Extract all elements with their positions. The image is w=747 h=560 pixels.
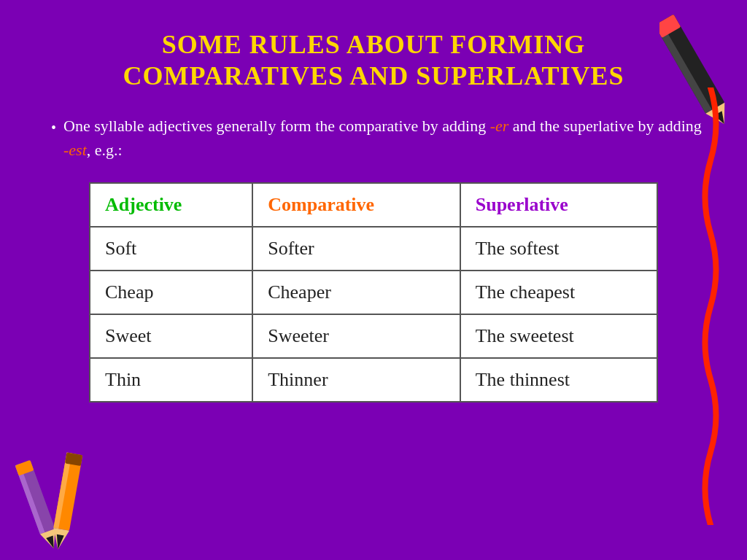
table-row: ThinThinnerThe thinnest bbox=[90, 358, 657, 402]
bullet-point: • One syllable adjectives generally form… bbox=[51, 114, 703, 162]
table-wrapper: Adjective Comparative Superlative SoftSo… bbox=[89, 182, 658, 402]
pencil-bottom-left-icon bbox=[15, 443, 117, 560]
squiggle-right-icon bbox=[696, 88, 725, 525]
table-row: SweetSweeterThe sweetest bbox=[90, 314, 657, 358]
cell-comparative-1: Cheaper bbox=[252, 271, 460, 314]
table-row: SoftSofterThe softest bbox=[90, 227, 657, 271]
suffix-er: -er bbox=[490, 117, 509, 135]
header-superlative: Superlative bbox=[460, 183, 657, 227]
cell-adjective-0: Soft bbox=[90, 227, 252, 271]
cell-adjective-3: Thin bbox=[90, 358, 252, 402]
table-row: CheapCheaperThe cheapest bbox=[90, 271, 657, 314]
cell-superlative-3: The thinnest bbox=[460, 358, 657, 402]
header-adjective: Adjective bbox=[90, 183, 252, 227]
cell-superlative-2: The sweetest bbox=[460, 314, 657, 358]
cell-comparative-2: Sweeter bbox=[252, 314, 460, 358]
description-text: One syllable adjectives generally form t… bbox=[63, 114, 703, 162]
description-section: • One syllable adjectives generally form… bbox=[44, 114, 703, 162]
main-container: SOME RULES ABOUT FORMING COMPARATIVES AN… bbox=[0, 0, 747, 560]
header-comparative: Comparative bbox=[252, 183, 460, 227]
table-header-row: Adjective Comparative Superlative bbox=[90, 183, 657, 227]
cell-comparative-3: Thinner bbox=[252, 358, 460, 402]
bullet-dot: • bbox=[51, 117, 56, 139]
suffix-est: -est bbox=[63, 141, 87, 159]
adjectives-table: Adjective Comparative Superlative SoftSo… bbox=[89, 182, 658, 402]
cell-superlative-1: The cheapest bbox=[460, 271, 657, 314]
cell-comparative-0: Softer bbox=[252, 227, 460, 271]
page-title: SOME RULES ABOUT FORMING COMPARATIVES AN… bbox=[44, 29, 703, 92]
cell-adjective-2: Sweet bbox=[90, 314, 252, 358]
cell-superlative-0: The softest bbox=[460, 227, 657, 271]
cell-adjective-1: Cheap bbox=[90, 271, 252, 314]
